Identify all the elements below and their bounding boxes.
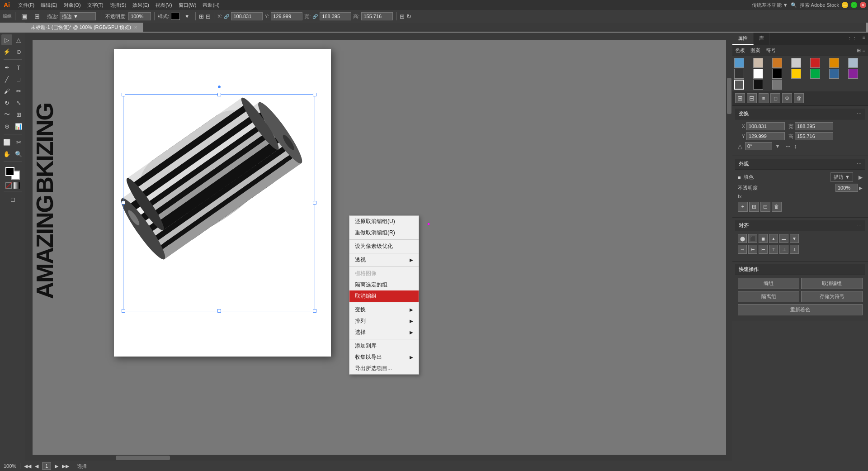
handle-bottom-right[interactable] (313, 309, 316, 313)
rotate-tool[interactable]: ↻ (1, 97, 12, 108)
handle-bottom-center[interactable] (217, 309, 221, 313)
align-bottom-btn[interactable]: ▼ (790, 234, 799, 243)
stroke-btn[interactable]: 描边: (44, 11, 99, 22)
align-center-h-btn[interactable]: ⬛ (748, 234, 757, 243)
qa-recolor-btn[interactable]: 重新着色 (738, 304, 863, 315)
menu-text[interactable]: 文字(T) (85, 1, 106, 10)
align-more-icon[interactable]: ⋯ (857, 223, 862, 228)
menu-view[interactable]: 视图(V) (153, 1, 175, 10)
opacity-input[interactable] (128, 12, 151, 20)
ctx-export-selected[interactable]: 导出所选项目... (349, 363, 419, 374)
ctx-pixel-optimize[interactable]: 设为像素级优化 (349, 241, 419, 252)
ctx-collect-export[interactable]: 收集以导出 ▶ (349, 352, 419, 363)
ctx-redo-ungroup[interactable]: 重做取消编组(R) (349, 227, 419, 238)
menu-select[interactable]: 选择(S) (107, 1, 129, 10)
hand-tool[interactable]: ✋ (1, 148, 12, 159)
flip-h-icon[interactable]: ↔ (785, 143, 791, 150)
type-tool[interactable]: T (13, 62, 24, 73)
qa-ungroup-btn[interactable]: 取消编组 (801, 278, 863, 289)
search-icon[interactable]: 🔍 (791, 2, 797, 8)
swatch-purple[interactable] (848, 69, 858, 79)
swatch-black[interactable] (772, 69, 782, 79)
rotate-icon[interactable]: ↻ (406, 13, 411, 20)
qa-group-btn[interactable]: 编组 (738, 278, 799, 289)
dist-right-btn[interactable]: ⊢ (759, 245, 768, 254)
tab-swatches[interactable]: 色板 (735, 47, 745, 54)
lib-btn5[interactable]: ⚙ (782, 93, 792, 103)
pen-tool[interactable]: ✒ (1, 62, 12, 73)
rect-tool[interactable]: □ (13, 74, 24, 85)
swatch-midgray[interactable] (772, 80, 782, 90)
column-graph-tool[interactable]: 📊 (13, 121, 24, 132)
panel-menu-icon[interactable]: ≡ (863, 48, 865, 53)
line-tool[interactable]: ╱ (1, 74, 12, 85)
align-section-header[interactable]: 对齐 ⋯ (735, 220, 865, 231)
swatch-darkgray[interactable] (734, 69, 744, 79)
angle-down-arrow[interactable]: ▼ (775, 143, 780, 149)
swatch-tan[interactable] (753, 58, 763, 68)
style-dropdown[interactable]: ▼ (182, 12, 192, 20)
qa-more-icon[interactable]: ⋯ (857, 266, 862, 272)
dist-left-btn[interactable]: ⊣ (738, 245, 747, 254)
width-input[interactable] (320, 12, 351, 20)
ctx-arrange[interactable]: 排列 ▶ (349, 315, 419, 327)
fill-expand-btn[interactable]: ▶ (859, 174, 863, 181)
swatch-black2[interactable] (753, 80, 763, 90)
align-icon[interactable]: ⊞ (199, 13, 204, 20)
swatch-white[interactable] (753, 69, 763, 79)
symbol-spray-tool[interactable]: ⊛ (1, 121, 12, 132)
handle-mid-right[interactable] (313, 201, 316, 205)
lasso-tool[interactable]: ⊙ (13, 46, 24, 57)
foreground-swatch[interactable] (5, 167, 14, 176)
close-button[interactable]: ✕ (860, 2, 866, 8)
menu-object[interactable]: 对象(O) (61, 1, 84, 10)
tab-symbols[interactable]: 符号 (766, 47, 776, 54)
x-input[interactable] (231, 12, 263, 20)
v-scroll-thumb[interactable] (727, 78, 731, 114)
panel-options-btn[interactable]: ⋮⋮ (844, 33, 860, 45)
y-input[interactable] (271, 12, 302, 20)
nav-next-page-btn[interactable]: ▶ (55, 463, 58, 469)
draw-mode-btn[interactable]: ◻ (7, 194, 18, 205)
tab-patterns[interactable]: 图案 (750, 47, 760, 54)
swatch-amber[interactable] (829, 58, 839, 68)
nav-prev-btn[interactable]: ◀◀ (24, 463, 31, 469)
qa-save-symbol-btn[interactable]: 存储为符号 (801, 291, 863, 302)
tab-close-btn[interactable]: ✕ (134, 25, 137, 30)
dist-top-btn[interactable]: ⊤ (769, 245, 778, 254)
align-right-btn[interactable]: ◼ (759, 234, 768, 243)
angle-input[interactable] (745, 142, 772, 150)
paintbrush-tool[interactable]: 🖌 (1, 86, 12, 96)
ctx-transform[interactable]: 变换 ▶ (349, 304, 419, 315)
ctx-perspective[interactable]: 透视 ▶ (349, 254, 419, 266)
swatch-green[interactable] (810, 69, 820, 79)
handle-bottom-left[interactable] (122, 309, 125, 313)
opacity-arrow[interactable]: ▶ (859, 186, 863, 190)
swatch-blue[interactable] (734, 58, 744, 68)
nav-prev-page-btn[interactable]: ◀ (35, 463, 38, 469)
pencil-tool[interactable]: ✏ (13, 86, 24, 96)
page-num[interactable]: 1 (42, 462, 51, 470)
appearance-section-header[interactable]: 外观 ⋯ (735, 159, 865, 170)
dist-center-v-btn[interactable]: ⊥ (779, 245, 788, 254)
align-left-btn[interactable]: ⬤ (738, 234, 747, 243)
transform-icon2[interactable]: ⊟ (206, 13, 211, 20)
align-center-v-btn[interactable]: ▬ (779, 234, 788, 243)
none-swatch[interactable] (5, 182, 12, 189)
menu-edit[interactable]: 编辑(E) (38, 1, 60, 10)
gradient-swatch[interactable] (14, 182, 20, 189)
swatch-red[interactable] (810, 58, 820, 68)
ctx-select[interactable]: 选择 ▶ (349, 327, 419, 338)
appearance-more-icon[interactable]: ⋯ (857, 161, 862, 167)
ctx-add-to-library[interactable]: 添加到库 (349, 340, 419, 352)
select-tool[interactable]: ▷ (1, 34, 12, 45)
slice-tool[interactable]: ✂ (13, 137, 24, 147)
artboard-tool[interactable]: ⬜ (1, 137, 12, 147)
swatch-gray[interactable] (791, 58, 801, 68)
transform-more-icon[interactable]: ⋯ (857, 111, 862, 117)
minimize-button[interactable]: — (842, 2, 848, 8)
swatch-lightblue[interactable] (848, 58, 858, 68)
tab-library[interactable]: 库 (754, 33, 770, 45)
canvas-area[interactable]: BKIZING AMAZING (33, 40, 732, 455)
scale-tool[interactable]: ⤡ (13, 97, 24, 108)
